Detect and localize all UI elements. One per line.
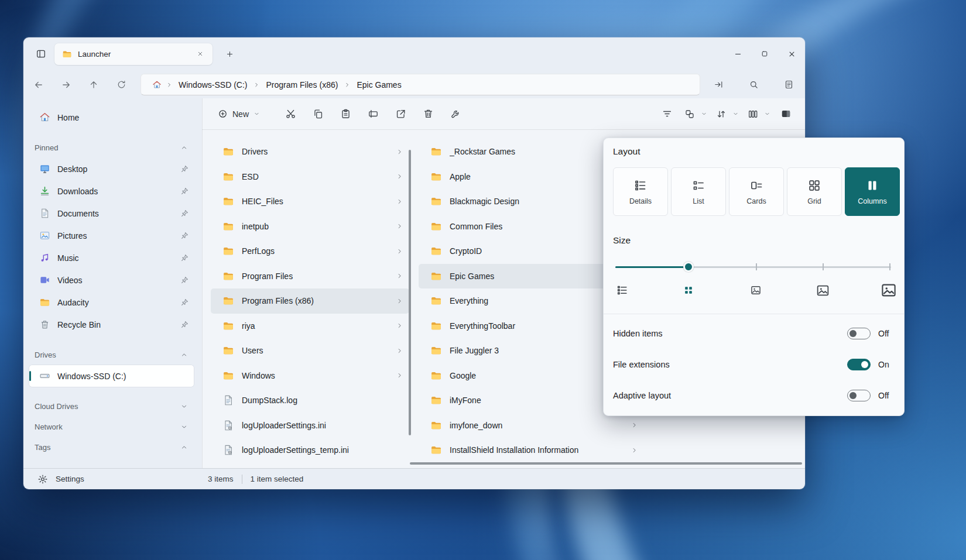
slider-tick — [756, 263, 757, 270]
notes-button[interactable] — [777, 74, 800, 95]
home-crumb-button[interactable] — [149, 77, 165, 92]
view-options-button[interactable] — [743, 104, 773, 124]
size-option-medium[interactable] — [745, 280, 766, 301]
folder-icon — [430, 370, 442, 382]
properties-button[interactable] — [444, 104, 467, 124]
layout-option-columns[interactable]: Columns — [845, 167, 900, 216]
sidebar-section-drives[interactable]: Drives — [29, 345, 194, 365]
breadcrumb-epic-games[interactable]: Epic Games — [352, 78, 406, 91]
sidebar-item-pictures[interactable]: Pictures — [29, 225, 194, 246]
filter-button[interactable] — [656, 104, 678, 124]
layout-option-label: Grid — [807, 197, 821, 205]
file-item-program-files-x86[interactable]: Program Files (x86) — [211, 288, 409, 314]
sidebar-item-recycle-bin[interactable]: Recycle Bin — [29, 314, 194, 335]
layout-option-details[interactable]: Details — [613, 167, 668, 216]
back-button[interactable] — [26, 74, 51, 95]
sidebar-item-documents[interactable]: Documents — [29, 202, 194, 224]
sidebar-item-music[interactable]: Music — [29, 247, 194, 269]
group-by-button[interactable] — [680, 104, 710, 124]
toggle-state: Off — [878, 391, 895, 400]
paste-button[interactable] — [334, 104, 357, 124]
breadcrumb-windows-ssd-c[interactable]: Windows-SSD (C:) — [174, 78, 252, 91]
maximize-button[interactable] — [751, 37, 778, 70]
toggle-knob — [849, 330, 857, 337]
forward-button[interactable] — [54, 74, 78, 95]
file-item-installshield-installation-information[interactable]: InstallShield Installation Information — [419, 438, 644, 463]
new-button[interactable]: New — [211, 104, 266, 124]
file-item-perflogs[interactable]: PerfLogs — [211, 239, 409, 264]
layout-option-cards[interactable]: Cards — [729, 167, 784, 216]
slider-thumb[interactable] — [683, 262, 694, 272]
sidebar-section-network[interactable]: Network — [29, 417, 194, 437]
file-name: logUploaderSettings_temp.ini — [242, 445, 403, 455]
breadcrumb-program-files-x86[interactable]: Program Files (x86) — [261, 78, 342, 91]
chevron-right-icon — [396, 272, 403, 280]
file-item-loguploadersettings-temp-ini[interactable]: logUploaderSettings_temp.ini — [211, 438, 409, 463]
sort-button[interactable] — [711, 104, 741, 124]
recycle-icon — [39, 319, 50, 330]
size-option-small[interactable] — [678, 280, 699, 301]
new-tab-button[interactable] — [219, 44, 240, 64]
toggle-adaptive-layout[interactable] — [847, 390, 871, 401]
file-name: imyfone_down — [450, 421, 631, 430]
folder-icon — [430, 295, 442, 307]
preview-pane-button[interactable] — [775, 104, 797, 124]
minimize-button[interactable] — [724, 37, 751, 70]
file-item-program-files[interactable]: Program Files — [211, 264, 409, 289]
size-option-extra-large[interactable] — [878, 280, 899, 301]
file-item-users[interactable]: Users — [211, 338, 409, 363]
layout-option-list[interactable]: List — [671, 167, 726, 216]
vertical-tabs-button[interactable] — [30, 44, 52, 64]
chevron-down-icon — [732, 111, 739, 117]
toggle-file-extensions[interactable] — [847, 359, 871, 370]
delete-button[interactable] — [417, 104, 439, 124]
up-icon — [88, 80, 99, 90]
close-button[interactable] — [778, 37, 805, 70]
folder-icon — [430, 394, 442, 406]
refresh-button[interactable] — [109, 74, 133, 95]
file-item-drivers[interactable]: Drivers — [211, 139, 409, 164]
sidebar-item-home[interactable]: Home — [29, 106, 194, 128]
size-medium-icon — [750, 284, 762, 296]
size-option-details[interactable] — [612, 280, 633, 301]
size-large-icon — [816, 283, 830, 298]
sidebar-item-downloads[interactable]: Downloads — [29, 180, 194, 202]
layout-section-title: Layout — [613, 146, 640, 157]
size-xl-icon — [880, 281, 898, 299]
file-item-esd[interactable]: ESD — [211, 164, 409, 190]
file-item-windows[interactable]: Windows — [211, 363, 409, 389]
file-name: Users — [242, 346, 396, 355]
file-item-heic-files[interactable]: HEIC_Files — [211, 189, 409, 214]
sidebar-item-videos[interactable]: Videos — [29, 269, 194, 291]
file-item-inetpub[interactable]: inetpub — [211, 214, 409, 239]
folder-icon — [430, 146, 442, 157]
sidebar-section-cloud-drives[interactable]: Cloud Drives — [29, 397, 194, 416]
share-button[interactable] — [389, 104, 412, 124]
sidebar-item-windows-ssd-c[interactable]: Windows-SSD (C:) — [29, 365, 194, 387]
cut-button[interactable] — [279, 104, 302, 124]
up-button[interactable] — [81, 74, 106, 95]
column-scrollbar[interactable] — [409, 150, 411, 435]
file-item-loguploadersettings-ini[interactable]: logUploaderSettings.ini — [211, 413, 409, 438]
preview-pane-icon — [780, 108, 792, 119]
file-item-dumpstack-log[interactable]: DumpStack.log — [211, 388, 409, 413]
sidebar-item-settings[interactable]: Settings — [23, 469, 84, 489]
folder-icon — [430, 444, 442, 456]
status-bar: Settings 3 items 1 item selected — [23, 468, 805, 489]
copy-button[interactable] — [307, 104, 329, 124]
search-button[interactable] — [742, 74, 765, 95]
file-item-riya[interactable]: riya — [211, 314, 409, 339]
size-option-large[interactable] — [812, 280, 833, 301]
file-item-imyfone-down[interactable]: imyfone_down — [419, 413, 644, 438]
sidebar-item-desktop[interactable]: Desktop — [29, 158, 194, 180]
sidebar-section-pinned[interactable]: Pinned — [29, 138, 194, 157]
layout-option-grid[interactable]: Grid — [787, 167, 842, 216]
horizontal-scrollbar[interactable] — [410, 462, 802, 465]
tab-close-button[interactable] — [193, 46, 208, 61]
tab-launcher[interactable]: Launcher — [54, 43, 213, 65]
toggle-hidden-items[interactable] — [847, 328, 871, 339]
sidebar-item-audacity[interactable]: Audacity — [29, 291, 194, 313]
address-edit-button[interactable] — [707, 74, 730, 95]
rename-button[interactable] — [362, 104, 384, 124]
sidebar-section-tags[interactable]: Tags — [29, 438, 194, 457]
